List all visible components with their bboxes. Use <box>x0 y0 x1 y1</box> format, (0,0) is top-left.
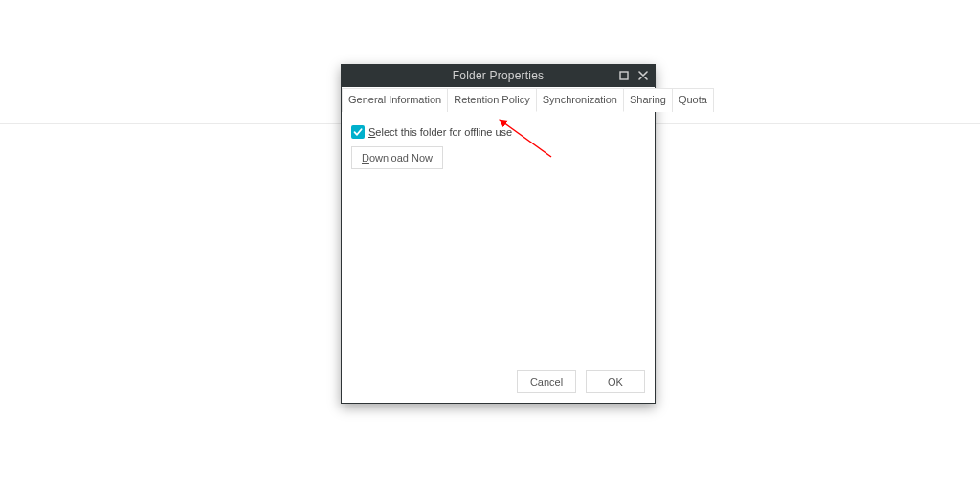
dialog-title: Folder Properties <box>453 69 544 82</box>
folder-properties-dialog: Folder Properties General Information Re… <box>341 64 656 404</box>
tab-bar: General Information Retention Policy Syn… <box>342 87 655 112</box>
close-button[interactable] <box>635 68 651 83</box>
check-icon <box>353 127 363 137</box>
dialog-titlebar[interactable]: Folder Properties <box>342 64 655 87</box>
dialog-footer: Cancel OK <box>342 361 655 403</box>
svg-rect-0 <box>620 72 628 79</box>
window-controls <box>616 64 651 87</box>
offline-use-label: Select this folder for offline use <box>368 126 512 138</box>
tab-sharing[interactable]: Sharing <box>623 88 673 112</box>
tab-retention-policy[interactable]: Retention Policy <box>447 88 537 112</box>
tab-synchronization[interactable]: Synchronization <box>536 88 624 112</box>
offline-use-checkbox[interactable] <box>351 125 365 139</box>
offline-use-row: Select this folder for offline use <box>351 125 645 139</box>
download-now-button[interactable]: Download Now <box>351 146 443 169</box>
page: Folder Properties General Information Re… <box>0 0 980 485</box>
dialog-body: Select this folder for offline use Downl… <box>342 112 655 361</box>
close-icon <box>638 71 648 80</box>
cancel-button[interactable]: Cancel <box>517 370 576 393</box>
maximize-icon <box>619 71 629 80</box>
ok-button[interactable]: OK <box>586 370 645 393</box>
maximize-button[interactable] <box>616 68 632 83</box>
tab-quota[interactable]: Quota <box>672 88 714 112</box>
tab-general-information[interactable]: General Information <box>342 88 448 112</box>
